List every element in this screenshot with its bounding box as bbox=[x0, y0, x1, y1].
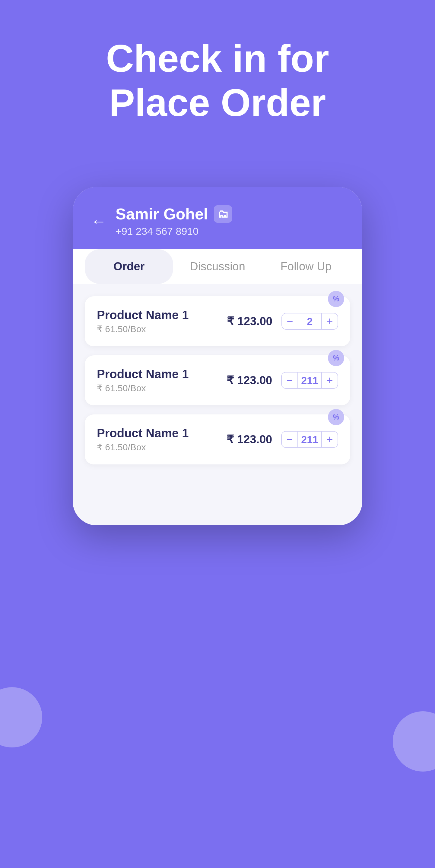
qty-plus-1[interactable]: + bbox=[322, 313, 338, 329]
briefcase-icon[interactable]: 🗂 bbox=[214, 205, 232, 223]
phone-container: ← Samir Gohel 🗂 +91 234 567 8910 Order D… bbox=[73, 187, 362, 525]
customer-name: Samir Gohel bbox=[116, 205, 208, 223]
customer-phone: +91 234 567 8910 bbox=[116, 225, 344, 237]
hero-line1: Check in for bbox=[106, 37, 329, 80]
phone-header: ← Samir Gohel 🗂 +91 234 567 8910 bbox=[73, 187, 362, 249]
qty-minus-3[interactable]: − bbox=[282, 432, 297, 447]
product-price-per-1: ₹ 61.50/Box bbox=[97, 324, 227, 334]
product-list: % Product Name 1 ₹ 61.50/Box ₹ 123.00 − … bbox=[73, 284, 362, 525]
quantity-control-2: − 211 + bbox=[281, 372, 338, 389]
product-info-3: Product Name 1 ₹ 61.50/Box bbox=[97, 427, 227, 453]
qty-value-1[interactable]: 2 bbox=[298, 313, 322, 329]
customer-name-row: Samir Gohel 🗂 bbox=[116, 205, 344, 223]
product-right-1: ₹ 123.00 − 2 + bbox=[227, 313, 338, 330]
product-right-3: ₹ 123.00 − 211 + bbox=[227, 431, 338, 448]
tabs-container: Order Discussion Follow Up bbox=[73, 249, 362, 284]
quantity-control-1: − 2 + bbox=[282, 313, 338, 330]
product-price-2: ₹ 123.00 bbox=[227, 374, 272, 387]
hero-line2: Place Order bbox=[109, 81, 326, 124]
product-right-2: ₹ 123.00 − 211 + bbox=[227, 372, 338, 389]
quantity-control-3: − 211 + bbox=[281, 431, 338, 448]
qty-minus-2[interactable]: − bbox=[282, 373, 297, 388]
qty-value-3[interactable]: 211 bbox=[297, 432, 322, 447]
product-name-3: Product Name 1 bbox=[97, 427, 227, 440]
qty-value-2[interactable]: 211 bbox=[297, 373, 322, 388]
product-price-3: ₹ 123.00 bbox=[227, 433, 272, 446]
product-price-per-2: ₹ 61.50/Box bbox=[97, 383, 227, 393]
tab-discussion[interactable]: Discussion bbox=[173, 249, 262, 284]
percent-badge-1[interactable]: % bbox=[328, 291, 344, 307]
product-card-3: % Product Name 1 ₹ 61.50/Box ₹ 123.00 − … bbox=[85, 414, 350, 464]
header-info: Samir Gohel 🗂 +91 234 567 8910 bbox=[116, 205, 344, 237]
product-name-1: Product Name 1 bbox=[97, 308, 227, 322]
hero-text: Check in for Place Order bbox=[0, 36, 435, 125]
product-card-1: % Product Name 1 ₹ 61.50/Box ₹ 123.00 − … bbox=[85, 296, 350, 346]
percent-badge-3[interactable]: % bbox=[328, 409, 344, 425]
product-name-2: Product Name 1 bbox=[97, 367, 227, 381]
back-button[interactable]: ← bbox=[91, 212, 107, 230]
qty-plus-2[interactable]: + bbox=[322, 373, 338, 388]
product-info-2: Product Name 1 ₹ 61.50/Box bbox=[97, 367, 227, 393]
tab-follow-up[interactable]: Follow Up bbox=[262, 249, 350, 284]
qty-minus-1[interactable]: − bbox=[282, 313, 298, 329]
qty-plus-3[interactable]: + bbox=[322, 432, 338, 447]
tab-order[interactable]: Order bbox=[85, 249, 173, 284]
product-card-2: % Product Name 1 ₹ 61.50/Box ₹ 123.00 − … bbox=[85, 355, 350, 405]
product-info-1: Product Name 1 ₹ 61.50/Box bbox=[97, 308, 227, 334]
percent-badge-2[interactable]: % bbox=[328, 350, 344, 366]
product-price-1: ₹ 123.00 bbox=[227, 315, 272, 328]
product-price-per-3: ₹ 61.50/Box bbox=[97, 442, 227, 453]
